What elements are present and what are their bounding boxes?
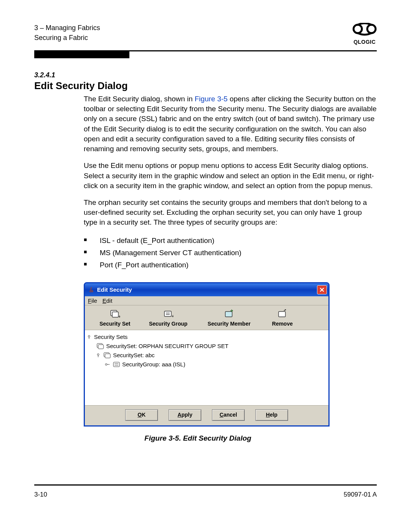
tool-security-member[interactable]: Security Member: [197, 309, 261, 327]
tree-item[interactable]: SecurityGroup: aaa (ISL): [87, 360, 326, 369]
security-member-icon: [224, 309, 234, 318]
tool-remove[interactable]: Remove: [261, 309, 303, 327]
svg-rect-9: [225, 312, 232, 317]
svg-point-1: [367, 25, 376, 33]
section-title: Edit Security Dialog: [34, 80, 377, 92]
doc-number: 59097-01 A: [344, 491, 377, 498]
section-number: 3.2.4.1: [34, 71, 377, 79]
tool-security-set[interactable]: + Security Set: [90, 309, 140, 327]
security-set-icon: +: [110, 309, 120, 318]
page-footer: 3-10 59097-01 A: [34, 491, 377, 498]
page-number: 3-10: [34, 491, 47, 498]
dialog-title: Edit Security: [97, 286, 132, 293]
tree-label: SecuritySet: ORPHAN SECURITY GROUP SET: [106, 343, 228, 349]
bullet-list: ISL - default (E_Port authentication) MS…: [34, 235, 377, 272]
set-node-icon: [96, 343, 105, 350]
close-icon: [320, 288, 324, 292]
figure-wrap: Edit Security File Edit +: [34, 282, 377, 427]
chapter-line: 3 – Managing Fabrics: [34, 23, 100, 33]
ok-button[interactable]: OK: [125, 409, 158, 421]
dialog-toolbar: + Security Set + Security Group: [85, 305, 328, 330]
tree-label: SecuritySet: abc: [113, 352, 155, 358]
edit-security-dialog: Edit Security File Edit +: [84, 282, 330, 427]
dialog-titlebar[interactable]: Edit Security: [85, 283, 328, 296]
menu-file[interactable]: File: [88, 297, 97, 304]
qlogic-icon: [352, 23, 377, 38]
tool-security-group[interactable]: + Security Group: [140, 309, 197, 327]
tool-label: Security Group: [140, 321, 197, 327]
list-item: MS (Management Server CT authentication): [84, 247, 377, 259]
tool-label: Security Set: [90, 321, 140, 327]
tool-label: Security Member: [197, 321, 261, 327]
svg-point-11: [88, 335, 90, 337]
section-line: Securing a Fabric: [34, 33, 100, 43]
set-node-icon: [103, 352, 112, 359]
header-black-bar: [34, 51, 129, 58]
svg-rect-14: [98, 345, 104, 349]
tree-root[interactable]: Security Sets: [87, 332, 326, 342]
paragraph-1: The Edit Security dialog, shown in Figur…: [34, 94, 377, 154]
brand-text: QLOGIC: [352, 39, 377, 45]
dialog-button-row: OK Apply Cancel Help: [85, 406, 328, 425]
tree-item[interactable]: SecuritySet: abc: [87, 351, 326, 360]
expand-handle-icon[interactable]: [87, 334, 92, 340]
dialog-menubar: File Edit: [85, 296, 328, 305]
figure-caption: Figure 3-5. Edit Security Dialog: [34, 434, 377, 443]
svg-point-15: [97, 353, 99, 355]
apply-button[interactable]: Apply: [169, 409, 201, 421]
cancel-button[interactable]: Cancel: [212, 409, 245, 421]
tree-item[interactable]: SecuritySet: ORPHAN SECURITY GROUP SET: [87, 342, 326, 351]
svg-rect-3: [112, 312, 118, 317]
tool-label: Remove: [261, 321, 303, 327]
figure-link[interactable]: Figure 3-5: [195, 95, 228, 103]
header-text: 3 – Managing Fabrics Securing a Fabric: [34, 23, 100, 43]
list-item: Port (F_Port authentication): [84, 259, 377, 271]
security-group-icon: +: [163, 309, 174, 318]
svg-text:+: +: [172, 314, 174, 318]
svg-text:+: +: [118, 314, 120, 318]
paragraph-2: Use the Edit menu options or popup menu …: [34, 161, 377, 191]
key-handle-icon[interactable]: [105, 362, 111, 367]
svg-rect-5: [164, 311, 171, 316]
java-cup-icon: [88, 286, 95, 293]
svg-rect-18: [105, 354, 110, 358]
svg-rect-10: [279, 312, 285, 317]
menu-edit[interactable]: Edit: [102, 297, 112, 304]
help-button[interactable]: Help: [255, 409, 288, 421]
p1-a: The Edit Security dialog, shown in: [84, 95, 195, 103]
remove-icon: [277, 309, 288, 318]
tree-label: SecurityGroup: aaa (ISL): [122, 361, 185, 367]
list-item: ISL - default (E_Port authentication): [84, 235, 377, 247]
svg-point-19: [105, 363, 107, 365]
page-header: 3 – Managing Fabrics Securing a Fabric Q…: [34, 23, 377, 45]
brand-logo: QLOGIC: [352, 23, 377, 45]
close-button[interactable]: [317, 285, 327, 294]
paragraph-3: The orphan security set contains the sec…: [34, 198, 377, 228]
group-node-icon: [112, 361, 121, 368]
p1-b: opens after clicking the Security button…: [84, 95, 377, 153]
tree-label: Security Sets: [94, 334, 127, 340]
tree-pane[interactable]: Security Sets SecuritySet: ORPHAN SECURI…: [85, 330, 328, 406]
svg-point-0: [354, 25, 362, 33]
expand-handle-icon[interactable]: [96, 353, 102, 358]
footer-rule: [34, 484, 377, 486]
svg-rect-21: [113, 362, 119, 367]
